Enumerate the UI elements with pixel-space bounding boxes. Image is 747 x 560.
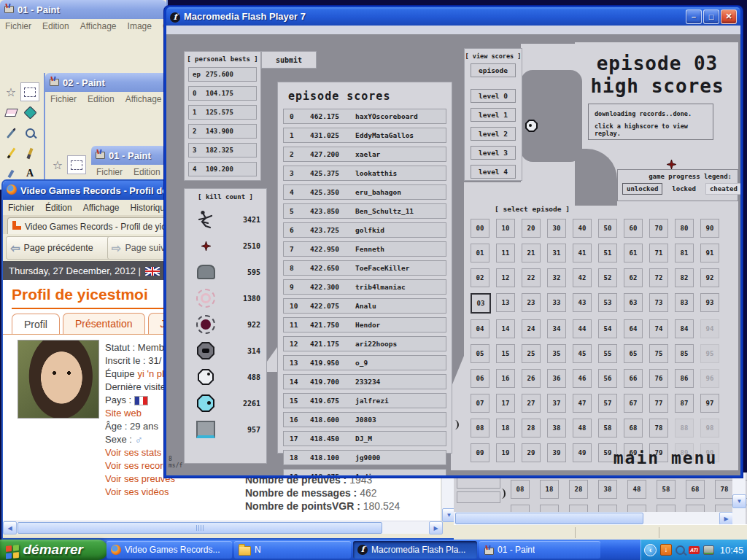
freeform-select-tool-icon[interactable]: ☆	[49, 156, 66, 174]
episode-cell-09[interactable]: 09	[471, 443, 489, 462]
profile-link[interactable]: Voir ses records	[105, 459, 173, 472]
episode-cell-66[interactable]: 66	[624, 369, 643, 388]
episode-cell-62[interactable]: 62	[624, 268, 643, 287]
episode-cell-33[interactable]: 33	[547, 293, 566, 312]
highscore-row[interactable]: 3425.375lookatthis	[283, 166, 446, 181]
episode-cell-10[interactable]: 10	[496, 219, 515, 238]
episode-cell-02[interactable]: 02	[471, 268, 489, 287]
episode-cell-58[interactable]: 58	[598, 419, 617, 438]
episode-cell-18[interactable]: 18	[496, 419, 515, 438]
freeform-select-tool-icon[interactable]: ☆	[2, 83, 20, 101]
episode-cell-44[interactable]: 44	[573, 319, 592, 338]
episode-cell-77[interactable]: 77	[649, 394, 668, 413]
episode-cell-17[interactable]: 17	[496, 394, 515, 413]
episode-cell-05[interactable]: 05	[471, 344, 489, 363]
episode-cell-03[interactable]: 03	[471, 293, 491, 314]
episode-cell-24[interactable]: 24	[522, 319, 541, 338]
episode-cell-78[interactable]: 78	[715, 480, 734, 499]
magnifier-tray-icon[interactable]	[676, 545, 685, 555]
episode-cell-45[interactable]: 45	[573, 344, 592, 363]
episode-cell-32[interactable]: 32	[547, 268, 566, 287]
episode-cell-25[interactable]: 25	[522, 344, 541, 363]
highscore-row[interactable]: 8422.650ToeFaceKiller	[283, 260, 446, 276]
episode-cell-22[interactable]: 22	[522, 268, 541, 287]
minimize-button[interactable]: –	[686, 9, 702, 24]
episode-cell-40[interactable]: 40	[573, 219, 592, 238]
episode-cell-49[interactable]: 49	[573, 443, 592, 462]
highscore-row[interactable]: 12421.175ari22hoops	[283, 336, 446, 351]
highscore-row[interactable]: 7422.950Fenneth	[283, 241, 446, 257]
episode-cell-42[interactable]: 42	[573, 268, 592, 287]
episode-cell-97[interactable]: 97	[700, 394, 719, 413]
highscore-row[interactable]: 16418.600J0803	[283, 412, 446, 427]
menu-item-fichier[interactable]: Fichier	[50, 94, 77, 104]
episode-cell-11[interactable]: 11	[496, 244, 515, 262]
episode-cell-55[interactable]: 55	[598, 344, 617, 363]
taskbar-task-1[interactable]: Video Games Records...	[107, 541, 232, 559]
horizontal-scrollbar[interactable]: ▶	[454, 512, 732, 524]
episode-cell-51[interactable]: 51	[598, 244, 617, 262]
episode-cell-43[interactable]: 43	[573, 293, 592, 312]
paint1-titlebar[interactable]: 01 - Paint	[0, 0, 166, 19]
profile-link[interactable]: Voir ses vidéos	[105, 486, 169, 499]
episode-cell-52[interactable]: 52	[598, 268, 617, 287]
episode-cell-38[interactable]: 38	[547, 419, 566, 438]
menu-item-fichier[interactable]: Fichier	[5, 21, 31, 31]
eraser-tool-icon[interactable]	[2, 104, 20, 121]
profile-link[interactable]: Voir ses stats	[105, 446, 161, 459]
episode-cell-39[interactable]: 39	[547, 443, 566, 462]
downloader-tray-icon[interactable]: ↓	[660, 544, 672, 556]
episode-cell-28[interactable]: 28	[522, 419, 541, 438]
brush-tool-icon[interactable]	[21, 144, 39, 162]
view-level-2-button[interactable]: level 2	[471, 127, 516, 141]
episode-cell-68[interactable]: 68	[686, 480, 705, 499]
taskbar-task-3[interactable]: fMacromedia Flash Pla...	[353, 541, 477, 559]
episode-cell-34[interactable]: 34	[547, 319, 566, 338]
episode-cell-08[interactable]: 08	[511, 480, 530, 499]
episode-cell-80[interactable]: 80	[675, 219, 694, 238]
menu-item-fichier[interactable]: Fichier	[96, 167, 123, 177]
episode-cell-78[interactable]: 78	[649, 419, 668, 438]
close-button[interactable]: ✕	[721, 9, 737, 24]
menu-item-edition[interactable]: Edition	[88, 94, 115, 104]
episode-cell-85[interactable]: 85	[675, 344, 694, 363]
episode-cell-19[interactable]: 19	[496, 443, 515, 462]
episode-cell-12[interactable]: 12	[496, 268, 515, 287]
episode-cell-36[interactable]: 36	[547, 369, 566, 388]
episode-cell-86[interactable]: 86	[675, 369, 694, 388]
magnifier-tool-icon[interactable]	[21, 124, 39, 141]
menu-item-fichier[interactable]: Fichier	[8, 203, 34, 213]
episode-cell-07[interactable]: 07	[471, 394, 489, 413]
pencil-tool-icon[interactable]	[2, 144, 20, 162]
highscore-row[interactable]: 1431.025EddyMataGallos	[283, 128, 446, 143]
episode-cell-23[interactable]: 23	[522, 293, 541, 312]
scroll-right-button[interactable]: ▶	[719, 512, 733, 525]
highscore-row[interactable]: 17418.450DJ_M	[283, 431, 446, 446]
highscore-row[interactable]: 2427.200xaelar	[283, 147, 446, 162]
highscore-row[interactable]: 19418.075Amdi	[283, 469, 446, 475]
episode-cell-64[interactable]: 64	[624, 319, 643, 338]
main-menu-label[interactable]: main menu	[592, 448, 738, 467]
episode-cell-63[interactable]: 63	[624, 293, 643, 312]
episode-cell-18[interactable]: 18	[540, 480, 559, 499]
episode-cell-87[interactable]: 87	[675, 394, 694, 413]
episode-cell-50[interactable]: 50	[598, 219, 617, 238]
view-level-0-button[interactable]: level 0	[471, 89, 516, 103]
episode-cell-58[interactable]: 58	[657, 480, 676, 499]
episode-cell-01[interactable]: 01	[471, 244, 489, 262]
profile-tab-présentation[interactable]: Présentation	[63, 313, 145, 334]
episode-cell-73[interactable]: 73	[649, 293, 668, 312]
highscore-row[interactable]: 14419.700233234	[283, 374, 446, 389]
rect-select-tool-icon[interactable]	[20, 82, 39, 101]
episode-cell-30[interactable]: 30	[547, 219, 566, 238]
view-level-3-button[interactable]: level 3	[471, 146, 516, 160]
episode-cell-20[interactable]: 20	[522, 219, 541, 238]
view-level-4-button[interactable]: level 4	[471, 165, 516, 179]
highscore-row[interactable]: 9422.300trib4lmaniac	[283, 279, 446, 295]
episode-cell-67[interactable]: 67	[624, 394, 643, 413]
taskbar-task-4[interactable]: 01 - Paint	[479, 541, 600, 559]
episode-cell-76[interactable]: 76	[649, 369, 668, 388]
episode-cell-83[interactable]: 83	[675, 293, 694, 312]
profile-link[interactable]: yi 'n pl	[137, 368, 163, 381]
episode-cell-16[interactable]: 16	[496, 369, 515, 388]
